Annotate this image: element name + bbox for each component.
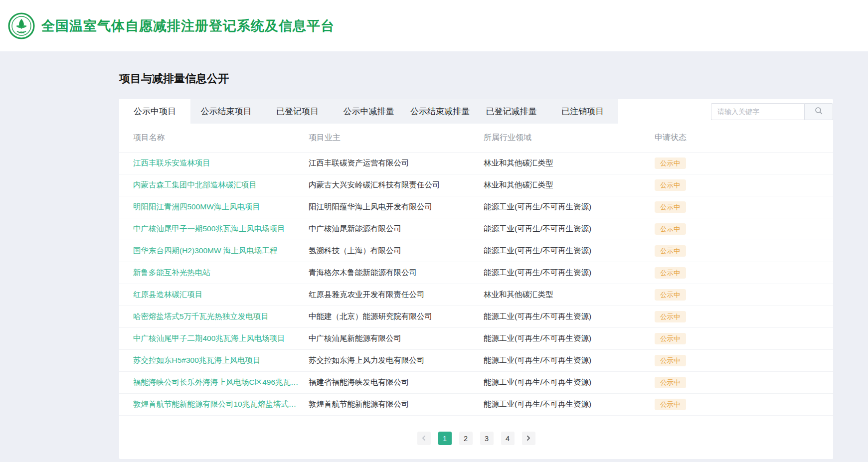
status-badge: 公示中 (655, 245, 686, 257)
page-button[interactable]: 1 (438, 432, 452, 445)
project-owner-cell: 苏交控如东海上风力发电有限公司 (309, 355, 484, 366)
mee-logo-icon: MEE (8, 12, 35, 39)
project-name-link[interactable]: 中广核汕尾甲子一期500兆瓦海上风电场项目 (133, 224, 309, 234)
project-name-link[interactable]: 明阳阳江青洲四500MW海上风电项目 (133, 202, 309, 212)
project-name-link[interactable]: 江西丰联乐安造林项目 (133, 158, 309, 168)
status-badge: 公示中 (655, 289, 686, 301)
project-name-link[interactable]: 福能海峡公司长乐外海海上风电场C区496兆瓦海上... (133, 377, 309, 388)
pagination-prev-button[interactable] (417, 432, 431, 445)
project-owner-cell: 福建省福能海峡发电有限公司 (309, 377, 484, 388)
card-top: 公示中项目公示结束项目已登记项目公示中减排量公示结束减排量已登记减排量已注销项目 (119, 99, 833, 124)
column-header-project-name: 项目名称 (133, 133, 309, 143)
project-owner-cell: 氢溯科技（上海）有限公司 (309, 246, 484, 256)
page-button[interactable]: 3 (480, 432, 494, 445)
table-row: 红原县造林碳汇项目 红原县雅克农业开发有限责任公司 林业和其他碳汇类型 公示中 (119, 284, 833, 306)
project-owner-cell: 内蒙古大兴安岭碳汇科技有限责任公司 (309, 180, 484, 190)
search-box (711, 103, 833, 120)
project-owner-cell: 中广核汕尾新能源有限公司 (309, 333, 484, 344)
search-button[interactable] (804, 103, 833, 120)
project-owner-cell: 红原县雅克农业开发有限责任公司 (309, 290, 484, 300)
status-badge: 公示中 (655, 179, 686, 191)
project-owner-cell: 阳江明阳蕴华海上风电开发有限公司 (309, 202, 484, 212)
industry-cell: 能源工业(可再生/不可再生资源) (484, 355, 655, 366)
status-badge: 公示中 (655, 267, 686, 279)
search-input[interactable] (711, 103, 804, 120)
tab-bar: 公示中项目公示结束项目已登记项目公示中减排量公示结束减排量已登记减排量已注销项目 (119, 99, 618, 124)
status-badge: 公示中 (655, 355, 686, 367)
table-row: 福能海峡公司长乐外海海上风电场C区496兆瓦海上... 福建省福能海峡发电有限公… (119, 372, 833, 394)
page-button[interactable]: 4 (501, 432, 515, 445)
table-row: 敦煌首航节能新能源有限公司10兆瓦熔盐塔式光热... 敦煌首航节能新能源有限公司… (119, 394, 833, 416)
industry-cell: 林业和其他碳汇类型 (484, 290, 655, 300)
content-card: 公示中项目公示结束项目已登记项目公示中减排量公示结束减排量已登记减排量已注销项目… (119, 99, 833, 459)
tab-item[interactable]: 公示中项目 (119, 99, 190, 124)
tab-item[interactable]: 已注销项目 (547, 99, 618, 124)
project-name-link[interactable]: 敦煌首航节能新能源有限公司10兆瓦熔盐塔式光热... (133, 399, 309, 410)
industry-cell: 能源工业(可再生/不可再生资源) (484, 399, 655, 410)
table-row: 江西丰联乐安造林项目 江西丰联碳资产运营有限公司 林业和其他碳汇类型 公示中 (119, 153, 833, 174)
industry-cell: 林业和其他碳汇类型 (484, 180, 655, 190)
industry-cell: 林业和其他碳汇类型 (484, 158, 655, 168)
industry-cell: 能源工业(可再生/不可再生资源) (484, 268, 655, 278)
status-badge: 公示中 (655, 201, 686, 213)
industry-cell: 能源工业(可再生/不可再生资源) (484, 224, 655, 234)
app-title: 全国温室气体自愿减排注册登记系统及信息平台 (41, 17, 335, 35)
column-header-industry: 所属行业领域 (484, 133, 655, 143)
industry-cell: 能源工业(可再生/不可再生资源) (484, 311, 655, 322)
tab-item[interactable]: 公示结束减排量 (404, 99, 476, 124)
project-name-link[interactable]: 哈密熔盐塔式5万千瓦光热独立发电项目 (133, 311, 309, 322)
table-row: 哈密熔盐塔式5万千瓦光热独立发电项目 中能建（北京）能源研究院有限公司 能源工业… (119, 306, 833, 328)
table-row: 新鲁多能互补光热电站 青海格尔木鲁能新能源有限公司 能源工业(可再生/不可再生资… (119, 262, 833, 284)
section-title: 项目与减排量信息公开 (119, 71, 833, 86)
table-row: 中广核汕尾甲子一期500兆瓦海上风电场项目 中广核汕尾新能源有限公司 能源工业(… (119, 218, 833, 240)
project-name-link[interactable]: 中广核汕尾甲子二期400兆瓦海上风电场项目 (133, 333, 309, 344)
project-owner-cell: 中广核汕尾新能源有限公司 (309, 224, 484, 234)
table-row: 内蒙古森工集团中北部造林碳汇项目 内蒙古大兴安岭碳汇科技有限责任公司 林业和其他… (119, 174, 833, 196)
chevron-left-icon (421, 435, 427, 443)
tab-item[interactable]: 已登记减排量 (476, 99, 547, 124)
project-owner-cell: 江西丰联碳资产运营有限公司 (309, 158, 484, 168)
project-name-link[interactable]: 新鲁多能互补光热电站 (133, 268, 309, 278)
page-button[interactable]: 2 (459, 432, 473, 445)
main-content: 项目与减排量信息公开 公示中项目公示结束项目已登记项目公示中减排量公示结束减排量… (119, 71, 833, 459)
pagination-pages: 1234 (438, 432, 515, 445)
table-row: 国华东台四期(H2)300MW 海上风电场工程 氢溯科技（上海）有限公司 能源工… (119, 240, 833, 262)
app-header: MEE 全国温室气体自愿减排注册登记系统及信息平台 (0, 0, 868, 51)
footer-strip (0, 462, 868, 465)
table-row: 苏交控如东H5#300兆瓦海上风电项目 苏交控如东海上风力发电有限公司 能源工业… (119, 350, 833, 372)
table-row: 中广核汕尾甲子二期400兆瓦海上风电场项目 中广核汕尾新能源有限公司 能源工业(… (119, 328, 833, 350)
column-header-status: 申请状态 (655, 133, 833, 143)
status-badge: 公示中 (655, 311, 686, 323)
tab-item[interactable]: 已登记项目 (262, 99, 333, 124)
pagination-next-button[interactable] (522, 432, 535, 445)
table-header: 项目名称 项目业主 所属行业领域 申请状态 (119, 124, 833, 153)
status-badge: 公示中 (655, 157, 686, 169)
project-owner-cell: 中能建（北京）能源研究院有限公司 (309, 311, 484, 322)
project-name-link[interactable]: 苏交控如东H5#300兆瓦海上风电项目 (133, 355, 309, 366)
search-icon (815, 107, 823, 116)
pagination: 1234 (119, 432, 833, 445)
industry-cell: 能源工业(可再生/不可再生资源) (484, 246, 655, 256)
chevron-right-icon (525, 435, 531, 443)
industry-cell: 能源工业(可再生/不可再生资源) (484, 333, 655, 344)
status-badge: 公示中 (655, 377, 686, 389)
project-name-link[interactable]: 内蒙古森工集团中北部造林碳汇项目 (133, 180, 309, 190)
project-name-link[interactable]: 红原县造林碳汇项目 (133, 290, 309, 300)
project-owner-cell: 敦煌首航节能新能源有限公司 (309, 399, 484, 410)
project-name-link[interactable]: 国华东台四期(H2)300MW 海上风电场工程 (133, 246, 309, 256)
tab-item[interactable]: 公示中减排量 (333, 99, 404, 124)
svg-text:MEE: MEE (18, 30, 24, 33)
status-badge: 公示中 (655, 223, 686, 235)
status-badge: 公示中 (655, 399, 686, 411)
table-body: 江西丰联乐安造林项目 江西丰联碳资产运营有限公司 林业和其他碳汇类型 公示中 内… (119, 153, 833, 416)
industry-cell: 能源工业(可再生/不可再生资源) (484, 377, 655, 388)
industry-cell: 能源工业(可再生/不可再生资源) (484, 202, 655, 212)
project-owner-cell: 青海格尔木鲁能新能源有限公司 (309, 268, 484, 278)
status-badge: 公示中 (655, 333, 686, 345)
table-row: 明阳阳江青洲四500MW海上风电项目 阳江明阳蕴华海上风电开发有限公司 能源工业… (119, 196, 833, 218)
column-header-project-owner: 项目业主 (309, 133, 484, 143)
tab-item[interactable]: 公示结束项目 (190, 99, 262, 124)
